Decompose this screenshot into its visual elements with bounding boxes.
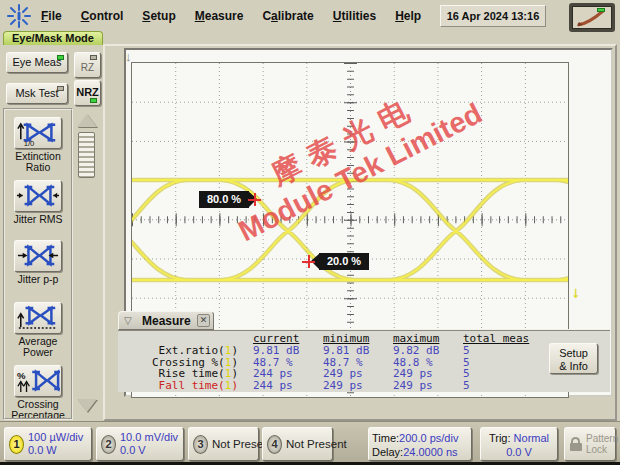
menu-setup[interactable]: Setup (142, 9, 175, 23)
jitter-pp-icon (16, 242, 60, 269)
msk-test-led (57, 86, 64, 91)
low-level-marker-label[interactable]: 20.0 % (319, 253, 369, 270)
scroll-up-arrow-icon[interactable] (77, 114, 97, 127)
eye-mask-content-frame: ↓ ↓ 摩泰光电 (103, 44, 617, 421)
nrz-button[interactable]: NRZ (74, 80, 101, 106)
measure-tab-title: Measure (136, 314, 197, 328)
channel-4-button[interactable]: 4 Not Present (262, 427, 333, 461)
menu-file[interactable]: File (41, 9, 62, 23)
average-power-button[interactable] (14, 302, 62, 334)
svg-text:1/0: 1/0 (24, 139, 35, 146)
time-per-div: Time:200.0 ps/div (372, 431, 468, 445)
channel-2-scale: 10.0 mV/div0.0 V (120, 431, 178, 457)
tool-jitter-pp: Jitter p-p (5, 240, 71, 285)
tool-crossing-percentage: % CrossingPercentage (5, 365, 71, 420)
rz-led (90, 55, 97, 60)
nrz-led (90, 98, 97, 103)
low-level-marker-cross[interactable] (302, 255, 315, 268)
clock-display: 16 Apr 2024 13:16 (440, 5, 546, 27)
close-icon[interactable]: ✕ (197, 314, 210, 327)
tool-label: CrossingPercentage (5, 399, 71, 420)
menu-utilities[interactable]: Utilities (333, 9, 376, 23)
delay-value: Delay:24.0000 ns (372, 445, 468, 459)
scroll-down-arrow-icon[interactable] (77, 399, 97, 412)
tool-label: Jitter p-p (5, 274, 71, 285)
col-header-total-meas: total meas (463, 332, 529, 345)
menu-measure[interactable]: Measure (195, 9, 244, 23)
dca-scope-screen: { "app": { "clock": "16 Apr 2024 13:16" … (0, 0, 620, 465)
rz-button[interactable]: RZ (74, 52, 101, 78)
tab-eye-mask-mode[interactable]: Eye/Mask Mode (3, 31, 103, 45)
menu-control[interactable]: Control (81, 9, 124, 23)
agilent-spark-icon (6, 3, 32, 29)
jitter-rms-icon (16, 182, 60, 209)
channel-3-button[interactable]: 3 Not Present (188, 427, 259, 461)
pattern-lock-label: PatternLock (586, 433, 618, 455)
channel-1-button[interactable]: 1 100 µW/div0.0 W (4, 427, 92, 461)
pattern-lock-button[interactable]: PatternLock (564, 427, 616, 461)
nrz-label: NRZ (76, 86, 99, 98)
high-level-marker-cross[interactable] (248, 193, 261, 206)
measurement-toolbar: 1/0 ExtinctionRatio Jitter RMS (3, 108, 73, 420)
menu-help[interactable]: Help (395, 9, 421, 23)
channel-4-badge: 4 (267, 435, 282, 454)
tool-jitter-rms: Jitter RMS (5, 180, 71, 225)
tool-average-power: AveragePower (5, 302, 71, 358)
rz-label: RZ (81, 62, 94, 73)
tool-label: Jitter RMS (5, 214, 71, 225)
ground-reference-icon: ↓ (572, 283, 580, 300)
eye-meas-button[interactable]: Eye Meas (6, 52, 68, 73)
channel-3-badge: 3 (193, 435, 208, 454)
msk-test-button[interactable]: Msk Test (6, 83, 68, 104)
high-level-marker-label[interactable]: 80.0 % (199, 191, 249, 208)
setup-info-button[interactable]: Setup& Info (549, 343, 598, 374)
fall-time-current: 244 ps (253, 379, 293, 392)
status-bar: 1 100 µW/div0.0 W 2 10.0 mV/div0.0 V 3 N… (0, 421, 620, 465)
crossing-percentage-button[interactable]: % (14, 365, 62, 397)
fall-time-maximum: 249 ps (393, 379, 433, 392)
measure-results-panel: current minimum maximum total meas Ext.r… (118, 329, 610, 392)
fall-time-total: 5 (463, 379, 470, 392)
tool-label: AveragePower (5, 336, 71, 358)
channel-4-status: Not Present (286, 438, 347, 450)
average-power-icon (16, 304, 60, 331)
extinction-ratio-button[interactable]: 1/0 (14, 117, 62, 149)
marker-drop-arrow-icon: ↓ (125, 49, 132, 64)
lock-icon (570, 437, 582, 451)
channel-2-button[interactable]: 2 10.0 mV/div0.0 V (96, 427, 184, 461)
tool-label: ExtinctionRatio (5, 151, 71, 173)
eye-meas-label: Eye Meas (13, 56, 62, 68)
scrollbar-thumb[interactable] (78, 132, 95, 178)
eye-meas-led (57, 55, 64, 60)
row-label-fall-time: Fall time(1) (118, 379, 238, 392)
jitter-rms-button[interactable] (14, 180, 62, 212)
fall-time-minimum: 249 ps (323, 379, 363, 392)
svg-text:%: % (17, 370, 26, 381)
jitter-pp-button[interactable] (14, 240, 62, 272)
msk-test-label: Msk Test (15, 87, 58, 99)
channel-1-scale: 100 µW/div0.0 W (28, 431, 83, 457)
toolbar-scrollbar (76, 108, 99, 420)
trigger-level: 0.0 V (484, 445, 554, 459)
timebase-button[interactable]: Time:200.0 ps/div Delay:24.0000 ns (368, 427, 472, 461)
touchscreen-led (597, 8, 605, 12)
crossing-percentage-icon: % (16, 367, 60, 394)
trigger-button[interactable]: Trig: Normal 0.0 V (480, 427, 558, 461)
channel-2-badge: 2 (101, 435, 116, 454)
touchscreen-icon (572, 6, 612, 29)
touchscreen-toggle-button[interactable] (569, 3, 615, 32)
tool-extinction-ratio: 1/0 ExtinctionRatio (5, 117, 71, 173)
collapse-triangle-icon: ▽ (124, 315, 132, 326)
menu-calibrate[interactable]: Calibrate (262, 9, 313, 23)
channel-1-badge: 1 (9, 435, 24, 454)
measure-results-tab[interactable]: ▽ Measure ✕ (118, 311, 214, 330)
trigger-mode: Trig: Normal (484, 431, 554, 445)
extinction-ratio-icon: 1/0 (16, 119, 60, 146)
